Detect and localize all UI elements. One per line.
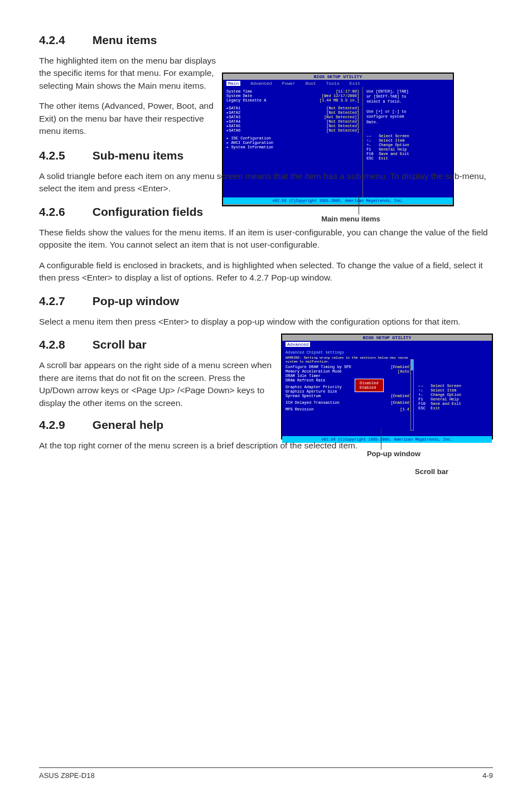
bios-menu-item: Exit <box>350 81 360 86</box>
key-text: General Help <box>431 397 458 402</box>
bios-value: [Enabled] <box>390 394 412 398</box>
bios-label: SATA1 <box>229 106 326 110</box>
section-number: 4.2.7 <box>39 294 89 308</box>
key: ←→ <box>418 384 431 388</box>
key: F1 <box>418 397 431 402</box>
bios-title: BIOS SETUP UTILITY <box>223 74 453 80</box>
footer-right: 4-9 <box>482 771 493 780</box>
bios-submenu-item: AHCI Configuration <box>226 141 359 145</box>
bios-value: [Not Detected] <box>326 110 359 115</box>
key-text: Save and Exit <box>431 402 461 406</box>
bios-value: [11:17:09] <box>336 89 359 94</box>
bios-menu-main: Main <box>226 81 240 86</box>
section-title: Pop-up window <box>93 294 179 307</box>
bios-label: Graphic Adapter Priority <box>286 385 412 389</box>
bios-value: [Auto] <box>398 369 412 374</box>
heading-4-2-7: 4.2.7 Pop-up window <box>39 294 493 308</box>
key: ↑↓ <box>366 138 379 143</box>
section-4-2-6: 4.2.6 Configuration fields These fields … <box>39 205 493 284</box>
key-text: Change Option <box>379 143 409 147</box>
bios-label: Legacy Diskette A <box>226 98 320 103</box>
heading-4-2-6: 4.2.6 Configuration fields <box>39 205 493 219</box>
bios-heading: Advanced Chipset settings <box>286 350 412 355</box>
bios-label: DRAM Idle Timer <box>286 374 412 378</box>
bios-label: System Time <box>226 89 336 94</box>
page-footer: ASUS Z8PE-D18 4-9 <box>39 767 493 780</box>
bios-label: DRAm Refresh Rate <box>286 378 412 383</box>
bios-help-text: Use [ENTER], [TAB] or [SHIFT-TAB] to sel… <box>366 89 449 125</box>
section-number: 4.2.6 <box>39 205 89 219</box>
bios-menu-item: Power <box>282 81 296 86</box>
key-text: Select Screen <box>431 384 461 388</box>
help-line: or [SHIFT-TAB] to <box>366 94 449 99</box>
bios-label: SATA2 <box>229 110 326 115</box>
bios-menu-bar: Advanced <box>282 341 492 348</box>
heading-4-2-4: 4.2.4 Menu items <box>39 33 493 47</box>
footer-left: ASUS Z8PE-D18 <box>39 771 95 780</box>
bios-sata-list: SATA1[Not Detected] SATA2[Not Detected] … <box>226 106 359 133</box>
bios-label: SATA4 <box>229 119 326 124</box>
section-4-2-8: 4.2.8 Scroll bar A scroll bar appears on… <box>39 338 493 409</box>
key-text: Change Option <box>431 393 461 397</box>
section-number: 4.2.8 <box>39 338 89 351</box>
section-4-2-5: 4.2.5 Sub-menu items A solid triangle be… <box>39 149 493 195</box>
bios-title: BIOS SETUP UTILITY <box>282 335 492 341</box>
section-title: Sub-menu items <box>93 149 183 162</box>
help-line: select a field. <box>366 99 449 104</box>
caption-scroll-bar: Scroll bar <box>415 467 448 476</box>
help-line: Date. <box>366 120 449 125</box>
heading-4-2-5: 4.2.5 Sub-menu items <box>39 149 493 162</box>
bios-label: System Date <box>226 94 322 98</box>
key-text: Select Item <box>379 138 404 143</box>
key: ←→ <box>366 134 379 138</box>
section-4-2-4: 4.2.4 Menu items The highlighted item on… <box>39 33 493 138</box>
bios-value: [Not Detected] <box>326 124 359 128</box>
key-text: Select Screen <box>379 134 409 138</box>
bios-menu-item: Tools <box>326 81 340 86</box>
section-number: 4.2.4 <box>39 33 89 47</box>
bios-footer: v02.58 (C)Copyright 1985-2006, American … <box>223 197 453 204</box>
paragraph: Select a menu item then press <Enter> to… <box>39 316 493 328</box>
bios-value: [Not Detected] <box>326 128 359 133</box>
bios-value: [1.4] <box>400 407 412 412</box>
bios-menu-item: Advanced <box>250 81 272 86</box>
section-4-2-9: 4.2.9 General help At the top right corn… <box>39 418 493 452</box>
section-4-2-7: 4.2.7 Pop-up window Select a menu item t… <box>39 294 493 328</box>
bios-menu-item: Boot <box>306 81 316 86</box>
section-title: Scroll bar <box>93 338 147 351</box>
bios-label: SATA5 <box>229 124 326 128</box>
bios-warning: WARNING: Setting wrong values in the sec… <box>286 356 412 364</box>
bios-label: MPS Revision <box>286 407 400 412</box>
paragraph: A configurable field is enclosed in brac… <box>39 259 493 284</box>
section-title: Configuration fields <box>93 205 203 218</box>
bios-label: SATA6 <box>229 128 326 133</box>
bios-value: [Not Detected] <box>326 119 359 124</box>
bios-value: [Not Detected]] <box>324 115 359 119</box>
key: +- <box>418 393 431 397</box>
bios-value: [Enabled] <box>390 400 412 405</box>
bios-keys: ←→Select Screen ↑↓Select Item +-Change O… <box>418 384 489 410</box>
paragraph: A solid triangle before each item on any… <box>39 170 493 195</box>
help-line: Use [ENTER], [TAB] <box>366 89 449 94</box>
key-text: Exit <box>431 406 440 410</box>
key: F10 <box>418 402 431 406</box>
bios-popup-window: Disabled Enabled <box>355 379 384 392</box>
bios-value: [Enabled] <box>390 365 412 369</box>
bios-label: Memory Acceleration Mode <box>286 369 398 374</box>
section-number: 4.2.9 <box>39 418 89 432</box>
section-title: Menu items <box>93 33 157 46</box>
bios-label: Graphics Aperture Size <box>286 389 412 394</box>
bios-value: [Not Detected] <box>326 106 359 110</box>
bios-value: [Wed 12/17/2008] <box>322 94 359 98</box>
paragraph: A scroll bar appears on the right side o… <box>39 359 273 409</box>
bios-label: Configure DRAM Timing by SPD <box>286 365 390 369</box>
paragraph: At the top right corner of the menu scre… <box>39 439 493 452</box>
bios-menu-bar: Main Advanced Power Boot Tools Exit <box>223 80 453 87</box>
paragraph: The other items (Advanced, Power, Boot, … <box>39 100 217 137</box>
bios-label: SATA3 <box>229 115 324 119</box>
help-line: configure system <box>366 114 449 119</box>
paragraph: These fields show the values for the men… <box>39 226 493 252</box>
bios-submenu-item: IDE Configuration <box>226 136 359 141</box>
bios-label: Spread Spectrum <box>286 394 390 398</box>
paragraph: The highlighted item on the menu bar dis… <box>39 55 217 92</box>
